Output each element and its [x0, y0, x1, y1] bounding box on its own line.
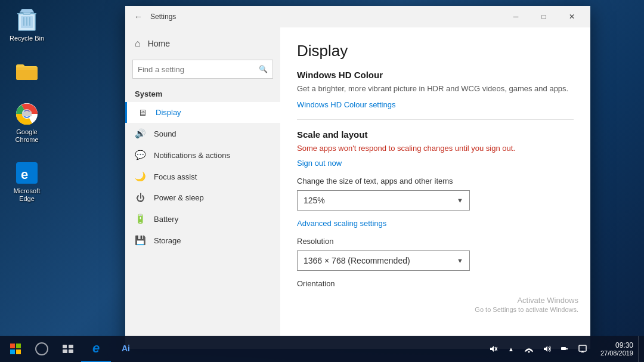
tray-chevron-icon[interactable]: ▲: [503, 336, 519, 362]
chrome-label: Google Chrome: [8, 128, 45, 144]
tray-action-center-icon[interactable]: [574, 336, 591, 362]
taskbar-search-button[interactable]: [29, 336, 55, 362]
sign-out-link[interactable]: Sign out now: [297, 159, 342, 168]
google-chrome-icon[interactable]: Google Chrome: [6, 100, 48, 146]
storage-label: Storage: [154, 236, 181, 245]
battery-label: Battery: [154, 215, 178, 224]
tray-volume-icon[interactable]: [538, 336, 555, 362]
nav-item-power[interactable]: ⏻ Power & sleep: [125, 187, 280, 208]
taskbar-ai-app[interactable]: Ai: [111, 336, 141, 362]
maximize-button[interactable]: □: [530, 6, 558, 27]
resolution-dropdown[interactable]: 1366 × 768 (Recommended) ▼: [297, 250, 470, 271]
svg-point-24: [528, 351, 530, 353]
focus-label: Focus assist: [154, 172, 197, 181]
divider-1: [297, 119, 574, 120]
advanced-scaling-link[interactable]: Advanced scaling settings: [297, 219, 386, 228]
desktop-icons: Recycle Bin: [6, 6, 48, 205]
svg-rect-14: [10, 344, 15, 348]
nav-item-display[interactable]: 🖥 Display: [125, 102, 280, 123]
task-view-button[interactable]: [55, 336, 81, 362]
taskbar-time[interactable]: 09:30 27/08/2019: [596, 341, 638, 357]
activate-title: Activate Windows: [475, 296, 578, 305]
nav-panel: ⌂ Home 🔍 System 🖥 Display 🔊 Sound �: [125, 27, 280, 349]
hd-colour-link[interactable]: Windows HD Colour settings: [297, 100, 395, 109]
display-icon: 🖥: [137, 107, 147, 117]
taskbar-ai-icon: Ai: [122, 344, 130, 353]
nav-section-title: System: [125, 83, 280, 102]
nav-item-storage[interactable]: 💾 Storage: [125, 230, 280, 251]
show-desktop-button[interactable]: [638, 336, 642, 362]
home-icon: ⌂: [135, 38, 141, 49]
nav-home[interactable]: ⌂ Home: [125, 32, 280, 55]
taskbar-apps: e Ai: [81, 336, 480, 362]
back-button[interactable]: ←: [130, 8, 147, 25]
svg-rect-25: [561, 347, 566, 350]
nav-item-battery[interactable]: 🔋 Battery: [125, 208, 280, 230]
nav-item-focus[interactable]: 🌙 Focus assist: [125, 166, 280, 187]
svg-rect-27: [579, 345, 586, 351]
resolution-label: Resolution: [297, 237, 574, 246]
scaling-warning: Some apps won't respond to scaling chang…: [297, 143, 574, 154]
display-label: Display: [156, 108, 181, 117]
activate-subtitle: Go to Settings to activate Windows.: [475, 306, 578, 313]
svg-rect-19: [69, 345, 73, 348]
microsoft-edge-icon[interactable]: e Microsoft Edge: [6, 159, 48, 205]
scale-value: 125%: [304, 196, 325, 205]
power-label: Power & sleep: [154, 193, 204, 202]
battery-icon: 🔋: [135, 214, 145, 224]
nav-item-sound[interactable]: 🔊 Sound: [125, 123, 280, 144]
taskbar-edge-app[interactable]: e: [81, 336, 111, 362]
svg-text:e: e: [21, 167, 28, 182]
scale-dropdown[interactable]: 125% ▼: [297, 190, 470, 211]
time-display: 09:30: [615, 341, 633, 349]
home-label: Home: [148, 39, 170, 48]
svg-rect-21: [69, 349, 73, 353]
recycle-bin-icon[interactable]: Recycle Bin: [6, 6, 48, 45]
svg-rect-18: [63, 345, 67, 348]
folder-image: [15, 59, 39, 83]
tray-network-icon[interactable]: [521, 336, 537, 362]
taskbar-edge-icon: e: [92, 341, 100, 356]
resolution-value: 1366 × 768 (Recommended): [304, 256, 410, 265]
folder-icon[interactable]: [6, 57, 48, 88]
hd-colour-desc: Get a brighter, more vibrant picture in …: [297, 83, 574, 94]
orientation-label: Orientation: [297, 279, 574, 288]
title-bar: ← Settings ─ □ ✕: [125, 6, 590, 27]
sound-label: Sound: [154, 129, 177, 138]
settings-window: ← Settings ─ □ ✕ ⌂ Home 🔍 System: [125, 6, 590, 349]
notifications-label: Notifications & actions: [154, 151, 230, 160]
start-button[interactable]: [2, 336, 29, 362]
tray-mute-icon[interactable]: [485, 336, 501, 362]
minimize-button[interactable]: ─: [502, 6, 530, 27]
window-title: Settings: [150, 13, 502, 21]
settings-body: ⌂ Home 🔍 System 🖥 Display 🔊 Sound �: [125, 27, 590, 349]
svg-rect-26: [566, 348, 568, 349]
search-input[interactable]: [138, 65, 259, 74]
taskbar: e Ai ▲: [0, 336, 644, 362]
resolution-dropdown-container: 1366 × 768 (Recommended) ▼: [297, 250, 574, 271]
tray-power-icon[interactable]: [556, 336, 573, 362]
power-icon: ⏻: [135, 193, 145, 203]
recycle-bin-image: [15, 8, 39, 32]
edge-image: e: [15, 161, 39, 185]
window-controls: ─ □ ✕: [502, 6, 586, 27]
chrome-image: [15, 102, 39, 126]
scale-dropdown-container: 125% ▼: [297, 190, 574, 211]
svg-rect-20: [63, 349, 67, 353]
svg-marker-6: [20, 9, 34, 13]
search-circle-icon: [35, 342, 48, 355]
svg-rect-17: [16, 349, 21, 354]
scale-layout-subtitle: Scale and layout: [297, 129, 574, 140]
tray-up-arrow: ▲: [508, 346, 514, 352]
notifications-icon: 💬: [135, 150, 145, 160]
nav-item-notifications[interactable]: 💬 Notifications & actions: [125, 144, 280, 166]
hd-colour-subtitle: Windows HD Colour: [297, 70, 574, 80]
search-icon: 🔍: [259, 65, 268, 73]
search-box[interactable]: 🔍: [132, 60, 273, 79]
close-button[interactable]: ✕: [558, 6, 586, 27]
recycle-bin-label: Recycle Bin: [10, 35, 44, 42]
activate-watermark: Activate Windows Go to Settings to activ…: [475, 296, 578, 313]
svg-rect-16: [10, 349, 15, 354]
page-title: Display: [297, 42, 574, 60]
scale-dropdown-arrow: ▼: [457, 197, 463, 204]
